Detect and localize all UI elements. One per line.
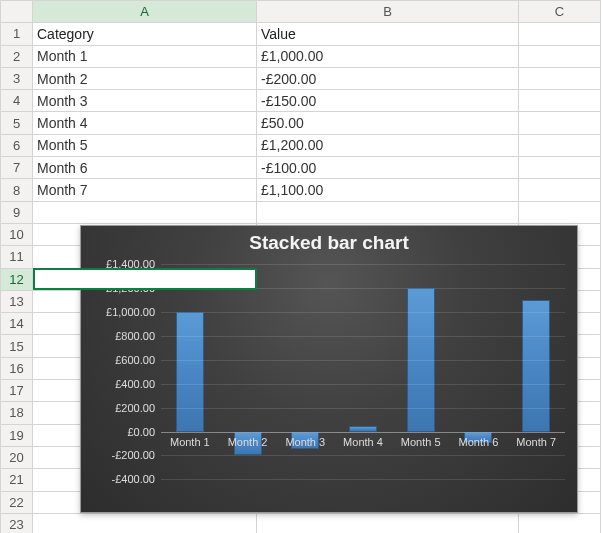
y-tick-label: £200.00 (115, 402, 155, 414)
chart-y-axis: £1,400.00£1,200.00£1,000.00£800.00£600.0… (97, 264, 159, 506)
gridline (161, 408, 565, 409)
bar-slot: Month 3 (276, 264, 334, 506)
gridline (161, 479, 565, 480)
row-header[interactable]: 3 (1, 67, 33, 89)
gridline (161, 384, 565, 385)
cell[interactable] (257, 513, 519, 533)
row-header[interactable]: 13 (1, 290, 33, 312)
gridline (161, 432, 565, 433)
col-header-A[interactable]: A (33, 1, 257, 23)
cell[interactable]: Month 5 (33, 134, 257, 156)
row-header[interactable]: 20 (1, 446, 33, 468)
cell[interactable]: Month 4 (33, 112, 257, 134)
bar-slot: Month 5 (392, 264, 450, 506)
select-all-corner[interactable] (1, 1, 33, 23)
row-header[interactable]: 15 (1, 335, 33, 357)
row-header[interactable]: 23 (1, 513, 33, 533)
row-header[interactable]: 18 (1, 402, 33, 424)
cell[interactable] (257, 201, 519, 223)
row-header[interactable]: 10 (1, 223, 33, 245)
cell[interactable]: Month 2 (33, 67, 257, 89)
cell[interactable]: Month 7 (33, 179, 257, 201)
cell[interactable]: £1,100.00 (257, 179, 519, 201)
cell[interactable]: -£100.00 (257, 157, 519, 179)
chart-title: Stacked bar chart (81, 226, 577, 256)
row-header[interactable]: 14 (1, 313, 33, 335)
x-tick-label: Month 1 (170, 436, 210, 448)
cell[interactable] (519, 45, 601, 67)
gridline (161, 455, 565, 456)
row-header[interactable]: 22 (1, 491, 33, 513)
cell[interactable] (519, 23, 601, 45)
gridline (161, 312, 565, 313)
row-header[interactable]: 17 (1, 380, 33, 402)
cell[interactable]: -£150.00 (257, 90, 519, 112)
chart-bar (176, 312, 204, 432)
cell[interactable] (33, 201, 257, 223)
cell[interactable]: £1,200.00 (257, 134, 519, 156)
y-tick-label: £600.00 (115, 354, 155, 366)
y-tick-label: £1,000.00 (106, 306, 155, 318)
cell[interactable] (519, 513, 601, 533)
x-tick-label: Month 2 (228, 436, 268, 448)
bar-slot: Month 6 (450, 264, 508, 506)
cell[interactable] (519, 67, 601, 89)
bar-slot: Month 4 (334, 264, 392, 506)
row-header[interactable]: 1 (1, 23, 33, 45)
y-tick-label: £800.00 (115, 330, 155, 342)
cell[interactable]: £50.00 (257, 112, 519, 134)
bar-slot: Month 7 (507, 264, 565, 506)
x-tick-label: Month 4 (343, 436, 383, 448)
cell[interactable] (519, 134, 601, 156)
gridline (161, 336, 565, 337)
row-header[interactable]: 5 (1, 112, 33, 134)
bar-slot: Month 2 (219, 264, 277, 506)
cell[interactable]: Category (33, 23, 257, 45)
x-tick-label: Month 5 (401, 436, 441, 448)
cell[interactable] (519, 90, 601, 112)
cell[interactable] (519, 112, 601, 134)
x-tick-label: Month 6 (459, 436, 499, 448)
x-tick-label: Month 7 (516, 436, 556, 448)
row-header[interactable]: 2 (1, 45, 33, 67)
cell[interactable]: Value (257, 23, 519, 45)
row-header[interactable]: 19 (1, 424, 33, 446)
cell[interactable]: Month 1 (33, 45, 257, 67)
row-header[interactable]: 7 (1, 157, 33, 179)
cell[interactable] (33, 513, 257, 533)
col-header-B[interactable]: B (257, 1, 519, 23)
cell[interactable] (33, 268, 257, 290)
cell[interactable] (519, 179, 601, 201)
row-header[interactable]: 11 (1, 246, 33, 268)
gridline (161, 360, 565, 361)
row-header[interactable]: 4 (1, 90, 33, 112)
y-tick-label: £0.00 (127, 426, 155, 438)
cell[interactable] (519, 157, 601, 179)
y-tick-label: £400.00 (115, 378, 155, 390)
gridline (161, 264, 565, 265)
row-header[interactable]: 21 (1, 469, 33, 491)
row-header[interactable]: 16 (1, 357, 33, 379)
bar-slot: Month 1 (161, 264, 219, 506)
cell[interactable]: -£200.00 (257, 67, 519, 89)
cell[interactable]: £1,000.00 (257, 45, 519, 67)
row-header[interactable]: 6 (1, 134, 33, 156)
row-header[interactable]: 12 (1, 268, 33, 290)
y-tick-label: -£400.00 (112, 473, 155, 485)
chart-bar (522, 300, 550, 432)
col-header-C[interactable]: C (519, 1, 601, 23)
x-tick-label: Month 3 (285, 436, 325, 448)
row-header[interactable]: 9 (1, 201, 33, 223)
y-tick-label: -£200.00 (112, 449, 155, 461)
cell[interactable]: Month 3 (33, 90, 257, 112)
chart-plot-area: Month 1Month 2Month 3Month 4Month 5Month… (161, 264, 565, 506)
cell[interactable]: Month 6 (33, 157, 257, 179)
row-header[interactable]: 8 (1, 179, 33, 201)
cell[interactable] (519, 201, 601, 223)
